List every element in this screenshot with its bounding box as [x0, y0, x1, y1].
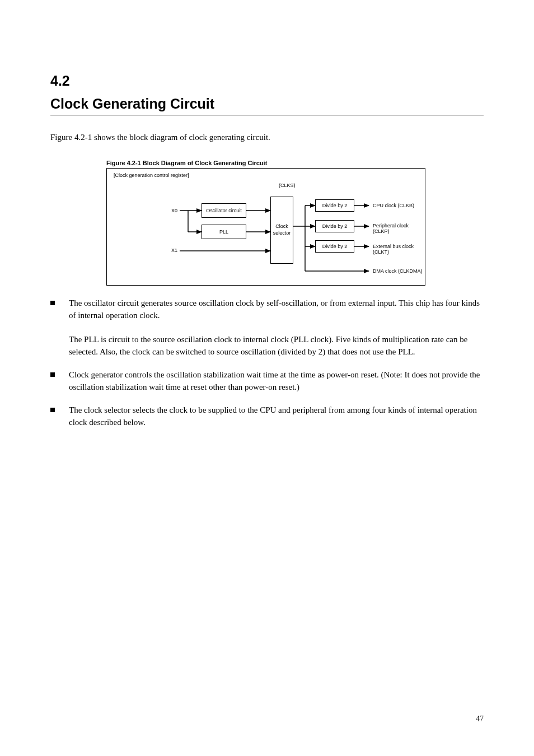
bullet-marker — [50, 301, 55, 305]
bullet-para: The PLL is circuit to the source oscilla… — [69, 333, 484, 358]
bullet-item: Clock generator controls the oscillation… — [50, 368, 484, 394]
intro-text: Figure 4.2-1 shows the block diagram of … — [50, 131, 484, 144]
bullet-marker — [50, 372, 55, 377]
figure-caption: Figure 4.2-1 Block Diagram of Clock Gene… — [106, 160, 484, 166]
section-number: 4.2 — [50, 73, 484, 89]
bullet-para: The clock selector selects the clock to … — [69, 404, 484, 429]
bullet-marker — [50, 408, 55, 412]
bullet-para: Clock generator controls the oscillation… — [69, 368, 484, 394]
section-title: Clock Generating Circuit — [50, 96, 484, 112]
bullet-item: The clock selector selects the clock to … — [50, 404, 484, 429]
figure-connectors — [107, 169, 426, 286]
bullet-content: The oscillator circuit generates source … — [69, 297, 484, 358]
document-page: 4.2 Clock Generating Circuit Figure 4.2-… — [0, 0, 534, 473]
figure-box: [Clock generation control register] (CLK… — [106, 168, 425, 286]
bullet-content: The clock selector selects the clock to … — [69, 404, 484, 429]
bullet-para: The oscillator circuit generates source … — [69, 297, 484, 322]
bullet-item: The oscillator circuit generates source … — [50, 297, 484, 358]
section-divider — [50, 115, 484, 115]
figure-container: Figure 4.2-1 Block Diagram of Clock Gene… — [106, 160, 484, 286]
bullet-content: Clock generator controls the oscillation… — [69, 368, 484, 394]
page-number: 47 — [476, 715, 484, 724]
